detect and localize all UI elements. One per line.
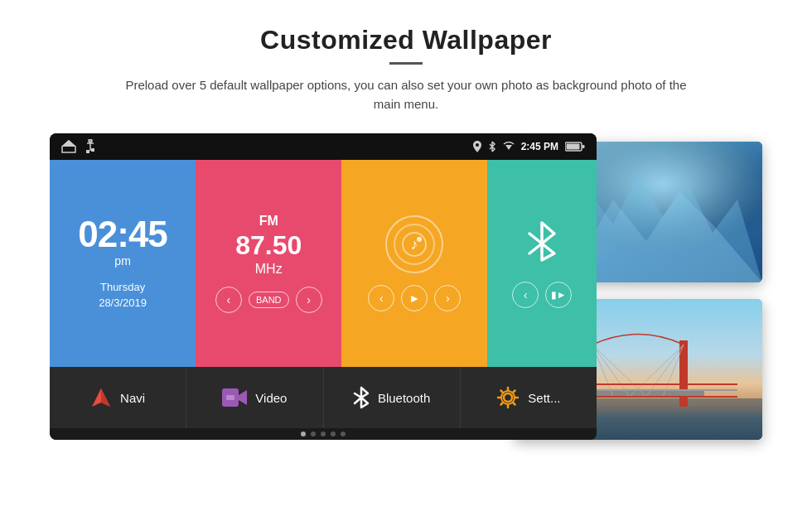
fm-prev-btn[interactable]: ‹	[215, 287, 242, 313]
bluetooth-icon	[525, 219, 558, 270]
widget-music[interactable]: ♪ ‹ ► ›	[341, 160, 487, 367]
dot-2	[311, 432, 316, 436]
signal-icon	[503, 142, 515, 152]
nav-label-navi: Navi	[120, 391, 145, 405]
svg-marker-16	[101, 388, 110, 407]
svg-marker-18	[239, 390, 247, 405]
dot-bar	[50, 428, 597, 440]
music-note-icon: ♪	[394, 224, 435, 265]
title-divider	[389, 62, 423, 65]
music-svg: ♪	[401, 231, 428, 258]
status-bar: 2:45 PM	[50, 133, 597, 160]
page-container: Customized Wallpaper Preload over 5 defa…	[0, 0, 812, 465]
nav-bluetooth-icon	[353, 386, 370, 409]
music-next-btn[interactable]: ›	[434, 285, 461, 311]
svg-marker-8	[505, 145, 512, 150]
widget-clock[interactable]: 02:45 pm Thursday 28/3/2019	[50, 160, 196, 367]
nav-item-navi[interactable]: Navi	[50, 367, 186, 428]
dot-5	[341, 432, 346, 436]
nav-label-settings: Sett...	[528, 391, 560, 405]
widget-fm[interactable]: FM 87.50 MHz ‹ BAND ›	[196, 160, 341, 367]
status-bar-right: 2:45 PM	[473, 141, 585, 152]
nav-item-bluetooth[interactable]: Bluetooth	[324, 367, 461, 428]
clock-date: Thursday 28/3/2019	[99, 279, 147, 311]
widgets-row: 02:45 pm Thursday 28/3/2019 FM 87.50 MHz	[50, 160, 597, 367]
nav-item-video[interactable]: Video	[186, 367, 323, 428]
svg-rect-10	[567, 144, 580, 150]
display-area: 2:45 PM 02:45 pm	[50, 133, 762, 440]
clock-ampm: pm	[114, 254, 130, 268]
status-bluetooth-icon	[488, 141, 496, 152]
clock-date-num: 28/3/2019	[99, 295, 147, 311]
nav-label-video: Video	[255, 391, 287, 405]
fm-frequency: 87.50	[235, 232, 302, 258]
bt-controls: ‹ ▮►	[512, 282, 572, 308]
widget-bluetooth[interactable]: ‹ ▮►	[487, 160, 597, 367]
music-icon-wrap: ♪	[385, 215, 443, 273]
nav-bar: Navi Video	[50, 367, 597, 428]
svg-rect-19	[226, 395, 234, 400]
fm-unit: MHz	[255, 262, 283, 277]
svg-point-20	[504, 393, 512, 402]
svg-rect-11	[582, 145, 585, 148]
svg-point-14	[417, 237, 422, 242]
dot-4	[331, 432, 336, 436]
music-prev-btn[interactable]: ‹	[368, 285, 394, 311]
clock-day: Thursday	[99, 279, 147, 296]
svg-rect-4	[86, 150, 89, 153]
battery-icon	[565, 142, 585, 152]
music-play-btn[interactable]: ►	[401, 285, 428, 311]
bt-next-btn[interactable]: ▮►	[545, 282, 572, 308]
dot-1	[301, 432, 306, 436]
nav-label-bluetooth: Bluetooth	[378, 391, 430, 405]
clock-time: 02:45	[78, 216, 167, 253]
title-section: Customized Wallpaper Preload over 5 defa…	[50, 25, 762, 113]
location-icon	[473, 141, 481, 152]
settings-icon	[496, 386, 520, 409]
fm-next-btn[interactable]: ›	[296, 287, 322, 313]
svg-point-7	[476, 143, 479, 147]
car-screen: 2:45 PM 02:45 pm	[50, 133, 597, 440]
page-subtitle: Preload over 5 default wallpaper options…	[116, 76, 696, 113]
bt-prev-btn[interactable]: ‹	[512, 282, 539, 308]
music-controls: ‹ ► ›	[368, 285, 461, 311]
status-time: 2:45 PM	[521, 141, 558, 152]
usb-icon	[85, 139, 96, 154]
screen-content: 02:45 pm Thursday 28/3/2019 FM 87.50 MHz	[50, 160, 597, 440]
navi-icon	[90, 387, 112, 408]
video-icon	[222, 388, 247, 407]
svg-marker-1	[61, 140, 76, 147]
fm-label: FM	[259, 214, 278, 229]
fm-controls: ‹ BAND ›	[215, 287, 322, 313]
home-icon	[61, 140, 76, 153]
fm-band-label[interactable]: BAND	[249, 292, 289, 308]
page-title: Customized Wallpaper	[50, 25, 762, 55]
status-bar-left	[61, 139, 96, 154]
dot-3	[321, 432, 326, 436]
svg-rect-5	[91, 148, 94, 152]
nav-item-settings[interactable]: Sett...	[461, 367, 597, 428]
